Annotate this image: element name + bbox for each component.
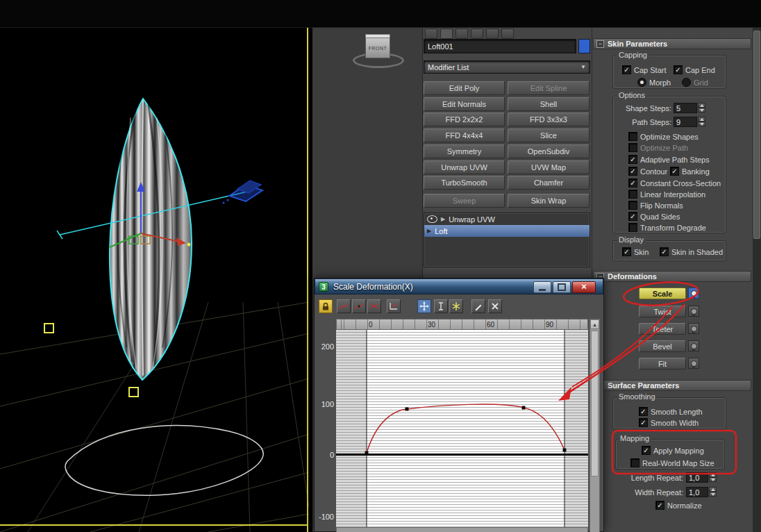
checkbox-smooth-length[interactable]: Smooth Length: [639, 407, 703, 416]
insert-corner-point-button[interactable]: [337, 299, 351, 313]
display-x-axis-button[interactable]: [387, 299, 401, 313]
move-control-point-button[interactable]: [417, 299, 431, 313]
checkbox-box[interactable]: [660, 247, 669, 256]
deformation-button-fit[interactable]: Fit: [639, 358, 686, 369]
radio-circle[interactable]: [637, 78, 646, 87]
modifier-button-opensubdiv[interactable]: OpenSubdiv: [508, 144, 589, 158]
visibility-eye-icon[interactable]: [427, 215, 437, 223]
rollout-skin-parameters[interactable]: Skin Parameters: [593, 38, 751, 49]
modifier-button-edit-normals[interactable]: Edit Normals: [424, 97, 505, 111]
rollout-deformations[interactable]: Deformations: [593, 271, 751, 282]
deformation-button-teeter[interactable]: Teeter: [639, 323, 686, 335]
checkbox-cap-end[interactable]: Cap End: [674, 65, 715, 74]
modifier-button-slice[interactable]: Slice: [508, 128, 589, 142]
modifier-button-edit-poly[interactable]: Edit Poly: [424, 81, 505, 95]
rollout-surface-parameters[interactable]: Surface Parameters: [593, 380, 751, 391]
checkbox-box[interactable]: [628, 212, 637, 221]
radio-circle[interactable]: [682, 78, 691, 87]
modifier-button-chamfer[interactable]: Chamfer: [508, 176, 589, 190]
modifier-button-ffd3x3x3[interactable]: FFD 3x3x3: [508, 113, 589, 126]
delete-point-button[interactable]: [488, 299, 502, 313]
teeter-enable-bulb-button[interactable]: [688, 323, 699, 334]
tab-motion-icon[interactable]: [471, 28, 483, 39]
checkbox-skin-in-shaded[interactable]: Skin in Shaded: [660, 247, 723, 256]
lock-selection-button[interactable]: [319, 299, 333, 313]
bevel-enable-bulb-button[interactable]: [688, 340, 699, 351]
checkbox-smooth-width[interactable]: Smooth Width: [639, 418, 699, 427]
modifier-button-skin-wrap[interactable]: Skin Wrap: [508, 194, 589, 208]
insert-bezier-point-button[interactable]: [352, 299, 366, 313]
checkbox-constant-cross-section[interactable]: Constant Cross-Section: [628, 178, 721, 188]
checkbox-apply-mapping[interactable]: Apply Mapping: [642, 446, 704, 455]
fit-enable-bulb-button[interactable]: [688, 358, 699, 369]
object-name-field[interactable]: Loft001: [424, 39, 576, 53]
radio-grid[interactable]: Grid: [682, 78, 708, 87]
tab-display-icon[interactable]: [486, 28, 499, 39]
modifier-button-unwrap-uvw[interactable]: Unwrap UVW: [424, 160, 505, 174]
modifier-button-shell[interactable]: Shell: [508, 97, 589, 111]
checkbox-contour[interactable]: Contour: [628, 167, 667, 176]
path-steps-spinner[interactable]: [698, 117, 705, 126]
checkbox-box[interactable]: [639, 418, 648, 427]
checkbox-banking[interactable]: Banking: [670, 167, 710, 176]
shape-steps-value[interactable]: 5: [674, 103, 697, 113]
deformation-button-scale[interactable]: Scale: [639, 288, 686, 299]
checkbox-box[interactable]: [628, 167, 637, 176]
viewcube[interactable]: FRONT: [347, 33, 410, 72]
checkbox-box[interactable]: [630, 458, 639, 467]
checkbox-box[interactable]: [622, 65, 631, 74]
checkbox-skin[interactable]: Skin: [622, 247, 649, 256]
modifier-button-symmetry[interactable]: Symmetry: [424, 144, 505, 158]
spinner-down-icon[interactable]: [698, 108, 705, 113]
expand-arrow-icon[interactable]: ▶: [427, 228, 431, 234]
spinner-down-icon[interactable]: [698, 122, 705, 126]
spinner-up-icon[interactable]: [698, 117, 705, 122]
stack-item-unwrap-uvw[interactable]: ▶ Unwrap UVW: [424, 213, 589, 225]
modifier-button-turbosmooth[interactable]: TurboSmooth: [424, 176, 505, 190]
scroll-up-arrow[interactable]: ▲: [590, 319, 599, 329]
dialog-hscrollbar[interactable]: [336, 527, 588, 532]
checkbox-box[interactable]: [674, 65, 683, 74]
command-panel-tabs[interactable]: [425, 28, 589, 38]
tab-utilities-icon[interactable]: [501, 28, 514, 39]
modifier-button-ffd4x4x4[interactable]: FFD 4x4x4: [424, 128, 505, 142]
viewcube-cube[interactable]: FRONT: [365, 38, 390, 58]
stack-item-loft[interactable]: ▶ Loft: [424, 225, 589, 237]
checkbox-adaptive-path-steps[interactable]: Adaptive Path Steps: [628, 155, 710, 164]
spinner-down-icon[interactable]: [709, 492, 717, 497]
scrollbar-thumb[interactable]: [753, 31, 760, 239]
checkbox-real-world-map-size[interactable]: Real-World Map Size: [630, 458, 714, 467]
expand-arrow-icon[interactable]: ▶: [441, 216, 445, 222]
checkbox-cap-start[interactable]: Cap Start: [622, 65, 666, 74]
checkbox-box[interactable]: [628, 155, 637, 164]
maximize-button[interactable]: [553, 281, 571, 293]
modifier-button-ffd2x2x2[interactable]: FFD 2x2x2: [424, 113, 505, 126]
checkbox-flip-normals[interactable]: Flip Normals: [628, 201, 683, 210]
vscroll-thumb[interactable]: [591, 331, 599, 476]
checkbox-box[interactable]: [642, 446, 651, 455]
twist-enable-bulb-button[interactable]: [688, 306, 699, 317]
checkbox-box[interactable]: [628, 201, 637, 210]
scale-deformation-dialog[interactable]: 3 Scale Deformation(X): [314, 278, 604, 532]
close-button[interactable]: [572, 281, 596, 293]
spinner-up-icon[interactable]: [709, 472, 717, 477]
deformation-button-twist[interactable]: Twist: [639, 306, 686, 317]
scale-enable-bulb-button[interactable]: [688, 288, 699, 299]
spinner-up-icon[interactable]: [709, 487, 717, 492]
checkbox-normalize[interactable]: Normalize: [655, 501, 702, 510]
length-repeat-value[interactable]: 1,0: [686, 472, 708, 483]
width-repeat-spinner[interactable]: [709, 487, 717, 497]
checkbox-box[interactable]: [628, 178, 637, 188]
modifier-list-dropdown[interactable]: Modifier List ▼: [424, 60, 590, 74]
insert-point-button[interactable]: [449, 299, 463, 313]
checkbox-box[interactable]: [628, 132, 637, 141]
deformation-button-bevel[interactable]: Bevel: [639, 340, 686, 352]
spinner-up-icon[interactable]: [698, 103, 705, 108]
checkbox-box[interactable]: [628, 190, 637, 199]
width-repeat-value[interactable]: 1,0: [686, 487, 708, 497]
path-steps-value[interactable]: 9: [674, 117, 697, 127]
checkbox-linear-interpolation[interactable]: Linear Interpolation: [628, 190, 705, 199]
make-symmetrical-button[interactable]: [367, 299, 381, 313]
dialog-vscrollbar[interactable]: ▲: [589, 319, 600, 532]
checkbox-box[interactable]: [628, 223, 637, 232]
